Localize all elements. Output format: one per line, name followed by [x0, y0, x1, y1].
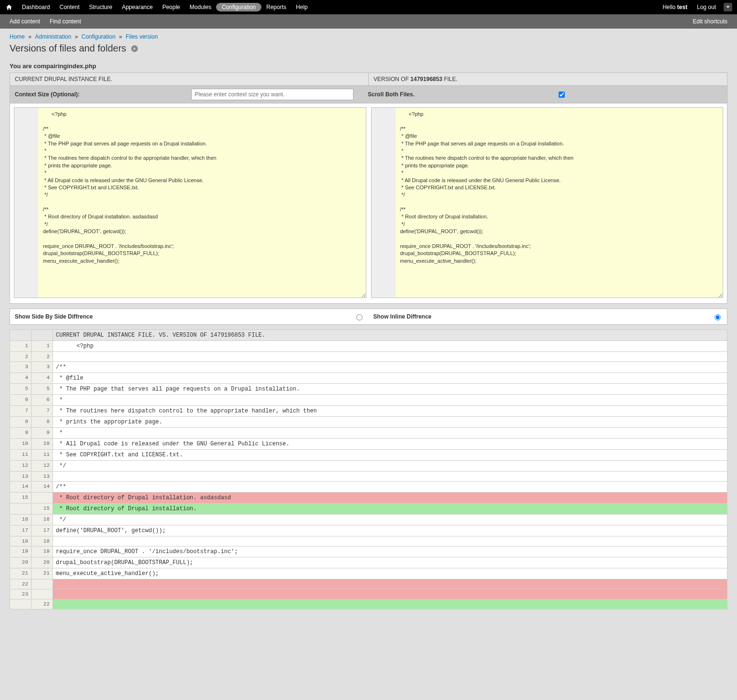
diff-code: * Root directory of Drupal installation. — [53, 504, 727, 515]
diff-row: 44 * @file — [10, 373, 727, 384]
side-by-side-radio[interactable] — [356, 314, 363, 320]
breadcrumb-link[interactable]: Files version — [125, 33, 157, 40]
scroll-both-checkbox[interactable] — [559, 92, 565, 98]
diff-code — [53, 472, 727, 482]
left-line-number: 4 — [10, 373, 31, 384]
home-icon[interactable] — [5, 3, 13, 11]
diff-row: 1111 * See COPYRIGHT.txt and LICENSE.txt… — [10, 450, 727, 461]
left-line-number: 17 — [10, 525, 31, 536]
breadcrumb-separator: » — [71, 33, 81, 40]
diff-code: define('DRUPAL_ROOT', getcwd()); — [53, 525, 727, 536]
right-file-textarea[interactable] — [371, 107, 724, 298]
diff-row: 1212 */ — [10, 461, 727, 472]
page-title: Versions of files and folders + — [10, 43, 727, 54]
right-line-number: 19 — [31, 546, 53, 557]
menu-item-help[interactable]: Help — [291, 0, 312, 14]
edit-shortcuts-link[interactable]: Edit shortcuts — [688, 18, 732, 25]
left-line-number: 1 — [10, 341, 31, 352]
diff-row: 1818 — [10, 536, 727, 546]
diff-code: * — [53, 395, 727, 406]
left-line-number: 21 — [10, 568, 31, 579]
right-line-number: 3 — [31, 362, 53, 373]
diff-row: 22 — [10, 579, 727, 589]
right-line-number: 5 — [31, 384, 53, 395]
context-size-label: Context Size (Optional): — [15, 91, 187, 98]
diff-row: 66 * — [10, 395, 727, 406]
menu-item-appearance[interactable]: Appearance — [117, 0, 157, 14]
inline-radio[interactable] — [715, 314, 721, 320]
diff-code: drupal_bootstrap(DRUPAL_BOOTSTRAP_FULL); — [53, 557, 727, 568]
right-line-number: 12 — [31, 461, 53, 472]
diff-row: 1616 */ — [10, 515, 727, 525]
left-line-number: 8 — [10, 417, 31, 428]
logout-link[interactable]: Log out — [692, 4, 721, 10]
breadcrumb-link[interactable]: Administration — [35, 33, 71, 40]
diff-code — [53, 599, 727, 609]
right-line-number: 17 — [31, 525, 53, 536]
left-line-number: 9 — [10, 428, 31, 439]
menu-item-configuration[interactable]: Configuration — [216, 3, 261, 11]
left-line-number: 18 — [10, 536, 31, 546]
diff-row: 77 * The routines here dispatch control … — [10, 406, 727, 417]
left-line-number: 3 — [10, 362, 31, 373]
diff-code: * The PHP page that serves all page requ… — [53, 384, 727, 395]
breadcrumb-separator: » — [115, 33, 125, 40]
view-toggle-row: Show Side By Side Diffrence Show Inline … — [10, 309, 727, 325]
menu-item-structure[interactable]: Structure — [84, 0, 117, 14]
right-line-number: 10 — [31, 439, 53, 450]
menu-item-people[interactable]: People — [157, 0, 185, 14]
left-line-number: 2 — [10, 352, 31, 362]
left-file-textarea[interactable] — [14, 107, 366, 298]
add-shortcut-icon[interactable]: + — [131, 45, 138, 52]
right-line-number: 15 — [31, 504, 53, 515]
right-line-number: 18 — [31, 536, 53, 546]
diff-row: 2020drupal_bootstrap(DRUPAL_BOOTSTRAP_FU… — [10, 557, 727, 568]
diff-row: 88 * prints the appropriate page. — [10, 417, 727, 428]
context-row: Context Size (Optional): Scroll Both Fil… — [10, 86, 727, 103]
left-line-number: 11 — [10, 450, 31, 461]
left-file-header: CURRENT DRUPAL INSTANCE FILE. — [10, 73, 369, 85]
left-line-number — [10, 504, 31, 515]
diff-row: 2121menu_execute_active_handler(); — [10, 568, 727, 579]
left-line-number: 16 — [10, 515, 31, 525]
shortcut-bar: Add contentFind content Edit shortcuts — [0, 14, 737, 29]
admin-menu: DashboardContentStructureAppearancePeopl… — [17, 0, 312, 14]
diff-code — [53, 352, 727, 362]
dropdown-toggle-icon[interactable] — [724, 3, 732, 11]
diff-table-header: CURRENT DRUPAL INSTANCE FILE. VS. VERSIO… — [10, 330, 727, 341]
left-line-number: 19 — [10, 546, 31, 557]
page-header: Home » Administration » Configuration » … — [0, 29, 737, 59]
right-line-number: 4 — [31, 373, 53, 384]
right-line-number: 1 — [31, 341, 53, 352]
scroll-both-label: Scroll Both Files. — [368, 91, 552, 98]
breadcrumb-link[interactable]: Configuration — [82, 33, 115, 40]
comparing-line: You are compairingindex.php — [10, 62, 727, 70]
left-line-number: 20 — [10, 557, 31, 568]
diff-code: * Root directory of Drupal installation.… — [53, 493, 727, 504]
diff-code: /** — [53, 362, 727, 373]
right-line-number: 22 — [31, 599, 53, 609]
diff-row: 1919require_once DRUPAL_ROOT . '/include… — [10, 546, 727, 557]
right-line-number: 6 — [31, 395, 53, 406]
shortcut-find-content[interactable]: Find content — [45, 18, 86, 25]
inline-label: Show Inline Diffrence — [374, 313, 713, 320]
right-line-number — [31, 579, 53, 589]
left-line-number — [10, 599, 31, 609]
menu-item-content[interactable]: Content — [55, 0, 84, 14]
diff-code: * The routines here dispatch control to … — [53, 406, 727, 417]
diff-table: CURRENT DRUPAL INSTANCE FILE. VS. VERSIO… — [10, 329, 727, 609]
breadcrumb-link[interactable]: Home — [10, 33, 25, 40]
left-line-number: 6 — [10, 395, 31, 406]
shortcut-add-content[interactable]: Add content — [5, 18, 45, 25]
right-line-number: 7 — [31, 406, 53, 417]
menu-item-dashboard[interactable]: Dashboard — [17, 0, 55, 14]
right-line-number: 9 — [31, 428, 53, 439]
menu-item-reports[interactable]: Reports — [261, 0, 291, 14]
menu-item-modules[interactable]: Modules — [185, 0, 216, 14]
left-line-number: 7 — [10, 406, 31, 417]
diff-row: 22 — [10, 352, 727, 362]
diff-row: 1010 * All Drupal code is released under… — [10, 439, 727, 450]
context-size-input[interactable] — [191, 89, 353, 100]
right-line-number: 8 — [31, 417, 53, 428]
diff-row: 1717define('DRUPAL_ROOT', getcwd()); — [10, 525, 727, 536]
